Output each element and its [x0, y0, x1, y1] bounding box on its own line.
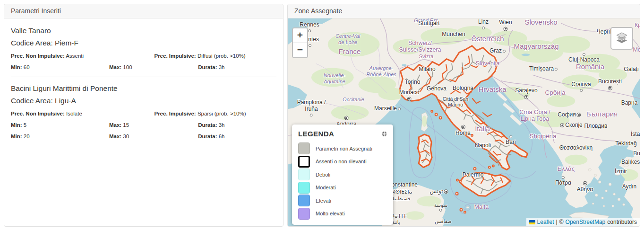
legend-swatch	[298, 142, 310, 154]
legend-items: Parametri non AssegnatiAssenti o non ril…	[298, 142, 387, 220]
prec-label: Prec. Impulsive:	[154, 53, 196, 59]
durata-field: Durata: 6h	[198, 133, 276, 139]
prec-field: Prec. Non Impulsive: Assenti	[11, 53, 154, 59]
max-field: Max: 100	[109, 64, 198, 70]
legend-item: Assenti o non rilevanti	[298, 155, 387, 169]
legend-item-label: Parametri non Assegnati	[316, 146, 372, 151]
prec-row: Prec. Non Impulsive: IsolatePrec. Impuls…	[11, 111, 276, 116]
param-row: Min: 5Max: 15Durata: 3h	[11, 122, 276, 128]
ukraine-flag-icon	[529, 220, 535, 224]
legend-item-label: Molto elevati	[316, 211, 345, 216]
leaflet-link[interactable]: Leaflet	[537, 219, 554, 225]
durata-field: Durata: 3h	[198, 122, 276, 128]
zoom-in-button[interactable]: +	[293, 28, 307, 43]
legend-swatch	[298, 156, 310, 168]
legend: LEGENDA Parametri non AssegnatiAssenti o…	[292, 124, 393, 225]
prec-label: Prec. Non Impulsive:	[11, 53, 65, 59]
legend-collapse-icon[interactable]	[381, 131, 387, 137]
divider	[11, 77, 276, 77]
divider	[11, 146, 276, 146]
attribution: Leaflet | © OpenStreetMap contributors	[526, 218, 640, 226]
area-name: Valle Tanaro	[11, 27, 276, 35]
durata-field: Durata: 3h	[198, 64, 276, 70]
legend-item: Deboli	[298, 168, 387, 181]
areas-container: Valle TanaroCodice Area: Piem-FPrec. Non…	[4, 18, 283, 147]
max-field: Max: 30	[109, 133, 198, 139]
durata-label: Durata:	[198, 64, 217, 70]
panel-header-zone: Zone Assegnate	[288, 4, 640, 18]
attribution-contributors: contributors	[607, 219, 637, 225]
zoom-control: + −	[292, 27, 308, 58]
legend-title: LEGENDA	[298, 130, 334, 138]
area-code: Codice Area: Piem-F	[11, 39, 276, 47]
prec-label: Prec. Impulsive:	[154, 111, 196, 116]
zoom-out-button[interactable]: −	[293, 43, 307, 57]
max-label: Max:	[109, 133, 121, 139]
durata-label: Durata:	[198, 122, 217, 128]
app: Parametri Inseriti Valle TanaroCodice Ar…	[0, 0, 644, 231]
legend-item: Molto elevati	[298, 207, 387, 221]
min-field: Min: 5	[11, 122, 109, 128]
prec-label: Prec. Non Impulsive:	[11, 111, 65, 116]
panel-header-parametri: Parametri Inseriti	[4, 4, 283, 18]
max-label: Max:	[109, 64, 121, 70]
zone-title: Zone Assegnate	[294, 7, 342, 15]
zone-card: Zone Assegnate	[287, 4, 640, 227]
param-row: Min: 60Max: 100Durata: 3h	[11, 64, 276, 70]
map[interactable]: RennesNantesCentre-Val de LoireFranceGra…	[288, 18, 640, 226]
legend-item: Parametri non Assegnati	[298, 142, 387, 155]
layers-control[interactable]	[610, 27, 633, 50]
max-label: Max:	[109, 122, 121, 128]
attribution-separator: |	[556, 219, 558, 225]
min-label: Min:	[11, 133, 22, 139]
legend-item: Elevati	[298, 194, 387, 207]
attribution-copyright: ©	[559, 219, 564, 225]
prec-row: Prec. Non Impulsive: AssentiPrec. Impuls…	[11, 53, 276, 59]
prec-field: Prec. Impulsive: Diffusi (prob. >10%)	[154, 53, 276, 59]
prec-field: Prec. Impulsive: Sparsi (prob. >10%)	[154, 111, 276, 116]
min-field: Min: 20	[11, 133, 109, 139]
min-label: Min:	[11, 64, 22, 70]
durata-label: Durata:	[198, 133, 217, 139]
legend-swatch	[298, 208, 310, 220]
legend-item: Moderati	[298, 181, 387, 195]
param-row: Min: 20Max: 30Durata: 6h	[11, 133, 276, 139]
parametri-title: Parametri Inseriti	[11, 7, 61, 15]
max-field: Max: 15	[109, 122, 198, 128]
area-name: Bacini Liguri Marittimi di Ponente	[11, 84, 276, 93]
prec-field: Prec. Non Impulsive: Isolate	[11, 111, 154, 116]
legend-item-label: Moderati	[316, 185, 336, 190]
legend-item-label: Elevati	[316, 198, 331, 204]
osm-link[interactable]: OpenStreetMap	[566, 219, 606, 225]
legend-item-label: Assenti o non rilevanti	[316, 159, 367, 164]
legend-swatch	[298, 195, 310, 206]
parametri-card: Parametri Inseriti Valle TanaroCodice Ar…	[4, 4, 283, 227]
min-field: Min: 60	[11, 64, 109, 70]
legend-swatch	[298, 169, 310, 180]
layers-icon	[615, 30, 629, 46]
legend-swatch	[298, 182, 310, 194]
min-label: Min:	[11, 122, 22, 128]
area-code: Codice Area: Ligu-A	[11, 97, 276, 105]
legend-item-label: Deboli	[316, 172, 330, 178]
